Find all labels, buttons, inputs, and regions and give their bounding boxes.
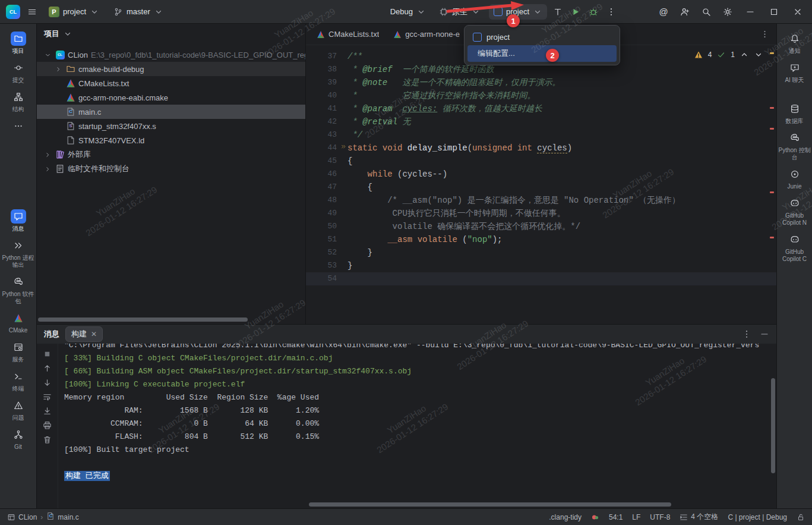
mention-icon[interactable]: @ xyxy=(656,5,671,19)
tree-item[interactable]: CMakeLists.txt xyxy=(37,76,305,90)
down-icon[interactable] xyxy=(43,378,52,387)
build-vscrollbar[interactable] xyxy=(771,378,775,473)
minimize-button[interactable] xyxy=(742,5,759,19)
line-number[interactable]: 51 xyxy=(306,233,347,246)
line-number[interactable]: 39 xyxy=(306,76,347,89)
prev-issue-icon[interactable] xyxy=(740,50,749,59)
clear-icon[interactable] xyxy=(43,435,52,444)
line-number[interactable]: 46 xyxy=(306,168,347,181)
line-number[interactable]: 45 xyxy=(306,155,347,168)
chevron-right-icon[interactable] xyxy=(43,151,52,159)
code-with-me-icon[interactable] xyxy=(678,5,692,19)
stripe-error-mark[interactable] xyxy=(770,107,774,109)
line-number[interactable]: 43 xyxy=(306,128,347,142)
run-button[interactable] xyxy=(568,5,583,19)
close-tab-icon[interactable]: ✕ xyxy=(91,330,97,338)
tool-strip-item-messages[interactable]: 消息 xyxy=(1,206,36,235)
hide-panel-icon[interactable] xyxy=(760,329,769,339)
tree-item[interactable]: 临时文件和控制台 xyxy=(37,162,305,176)
build-output[interactable]: "C:\Program Files\JetBrains\CLion 2025.1… xyxy=(58,344,776,508)
project-hscrollbar[interactable] xyxy=(38,317,248,322)
line-number[interactable]: 50 xyxy=(306,220,347,233)
breadcrumb-item[interactable]: Cmain.c xyxy=(46,512,78,522)
statusbar-c-project-debug[interactable]: C | project | Debug xyxy=(728,513,787,521)
chevron-right-icon[interactable] xyxy=(53,65,63,73)
stop-icon[interactable] xyxy=(43,350,52,359)
gutter-marker-icon[interactable] xyxy=(341,144,346,149)
code-editor[interactable]: 37/**38 * @brief 一个简单的软件延时函数39 * @note 这… xyxy=(306,45,776,324)
line-number[interactable]: 48 xyxy=(306,194,347,207)
statusbar-utf-8[interactable]: UTF-8 xyxy=(650,513,670,521)
tree-item[interactable]: cmake-build-debug xyxy=(37,62,305,76)
statusbar-unlock[interactable] xyxy=(797,513,805,521)
tool-strip-item-database[interactable]: 数据库 xyxy=(778,99,812,128)
main-menu-icon[interactable] xyxy=(25,5,39,19)
search-icon[interactable] xyxy=(699,5,713,19)
chevron-right-icon[interactable] xyxy=(43,165,52,173)
line-number[interactable]: 41 xyxy=(306,102,347,115)
tool-strip-item-structure[interactable]: 结构 xyxy=(1,87,36,116)
line-number[interactable]: 53 xyxy=(306,259,347,272)
project-panel-header[interactable]: 项目 xyxy=(37,24,305,44)
tool-strip-item-copilot-next[interactable]: GitHub Copilot N xyxy=(778,193,812,230)
scroll-to-end-icon[interactable] xyxy=(43,407,52,416)
profiler-tool-icon[interactable] xyxy=(551,5,565,19)
statusbar-lf[interactable]: LF xyxy=(632,513,640,521)
tree-item[interactable]: Cmain.c xyxy=(37,105,305,119)
tool-strip-item-cmake[interactable]: CMake xyxy=(1,308,36,337)
next-issue-icon[interactable] xyxy=(754,50,763,59)
run-mode-select[interactable]: Debug xyxy=(386,4,431,20)
editor-tab[interactable]: gcc-arm-none-e xyxy=(386,24,467,45)
chevron-down-icon[interactable] xyxy=(43,51,52,59)
tree-item[interactable]: CLCLion E:\3_repo\0_fdb\1_tutorial-code\… xyxy=(37,48,305,62)
soft-wrap-icon[interactable] xyxy=(43,392,52,401)
line-number[interactable]: 40 xyxy=(306,89,347,102)
target-select[interactable]: 原生 xyxy=(434,4,485,20)
tool-strip-item-notifications[interactable]: 通知 xyxy=(778,29,812,58)
tool-strip-item-git[interactable]: Git xyxy=(1,425,36,454)
menu-item-edit-configurations[interactable]: 编辑配置... xyxy=(467,45,617,62)
statusbar-analysis[interactable] xyxy=(591,513,599,521)
branch-widget[interactable]: master xyxy=(109,4,168,20)
tool-strip-item-junie[interactable]: Junie xyxy=(778,164,812,193)
editor-tab[interactable]: CMakeLists.txt xyxy=(309,24,386,45)
settings-gear-icon[interactable] xyxy=(721,5,735,19)
line-number[interactable]: 49 xyxy=(306,207,347,220)
tree-item[interactable]: Sstartup_stm32f407xx.s xyxy=(37,119,305,133)
tool-strip-item-copilot-chat[interactable]: GitHub Copilot C xyxy=(778,230,812,266)
statusbar-54-1[interactable]: 54:1 xyxy=(609,513,623,521)
tool-strip-item-python-packages[interactable]: Python 软件包 xyxy=(1,272,36,308)
project-widget[interactable]: P project xyxy=(44,4,104,20)
line-number[interactable]: 44 xyxy=(306,142,347,155)
tool-strip-item-python-console[interactable]: Python 控制台 xyxy=(778,128,812,164)
tool-strip-item-python-output[interactable]: Python 进程输出 xyxy=(1,235,36,272)
build-tab[interactable]: 构建 ✕ xyxy=(65,326,103,342)
close-button[interactable] xyxy=(789,5,806,19)
maximize-button[interactable] xyxy=(766,5,782,19)
stripe-error-mark[interactable] xyxy=(770,237,774,238)
debug-button[interactable] xyxy=(586,5,601,19)
tool-strip-item-problems[interactable]: 问题 xyxy=(1,395,36,425)
build-hscrollbar[interactable] xyxy=(309,502,671,507)
inspections-widget[interactable]: 4 1 xyxy=(694,50,763,59)
stripe-warning-mark[interactable] xyxy=(770,52,774,54)
tab-options-icon[interactable] xyxy=(760,30,776,39)
stripe-error-mark[interactable] xyxy=(770,128,774,130)
up-icon[interactable] xyxy=(43,364,52,373)
line-number[interactable]: 42 xyxy=(306,115,347,128)
menu-item-run-config[interactable]: project xyxy=(467,29,617,45)
tool-strip-item-more[interactable] xyxy=(1,116,36,136)
statusbar-breadcrumb[interactable]: CLion›Cmain.c xyxy=(7,512,79,522)
statusbar--clang-tidy[interactable]: .clang-tidy xyxy=(549,513,582,521)
tree-item[interactable]: gcc-arm-none-eabi.cmake xyxy=(37,90,305,105)
tree-item[interactable]: 外部库 xyxy=(37,147,305,162)
line-number[interactable]: 54 xyxy=(306,272,347,285)
tool-strip-item-commit[interactable]: 提交 xyxy=(1,58,36,87)
tool-strip-item-services[interactable]: 服务 xyxy=(1,337,36,366)
line-number[interactable]: 52 xyxy=(306,246,347,259)
line-number[interactable]: 38 xyxy=(306,63,347,76)
line-number[interactable]: 37 xyxy=(306,50,347,63)
tree-item[interactable]: STM32F407VEX.ld xyxy=(37,133,305,147)
panel-options-icon[interactable] xyxy=(742,329,751,339)
more-actions-icon[interactable] xyxy=(604,5,618,19)
